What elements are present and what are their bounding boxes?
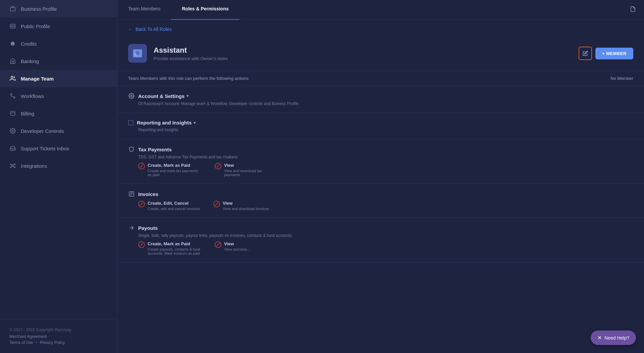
back-to-all-roles-link[interactable]: ← Back To All Roles <box>117 20 644 39</box>
permission-account-settings: Account & Settings ▾ Of RazorpayX Accoun… <box>117 86 644 113</box>
role-name: Assistant <box>154 46 572 55</box>
perm-action-info: View View and dow... <box>224 241 250 251</box>
sidebar-item-workflows[interactable]: Workflows <box>0 87 117 105</box>
sidebar-footer: © 2017 - 2022 Copyright Razorpay Merchan… <box>0 319 117 353</box>
svg-point-2 <box>11 26 13 27</box>
members-description-text: Team Members with this role can perform … <box>128 76 249 81</box>
circle-icon <box>9 40 16 47</box>
sidebar-item-label: Developer Controls <box>21 128 64 134</box>
back-link-text: Back To All Roles <box>136 27 172 32</box>
sidebar-item-billing[interactable]: Billing <box>0 105 117 122</box>
footer-separator: • <box>36 340 37 345</box>
chevron-down-icon: ▾ <box>186 94 189 98</box>
svg-line-16 <box>13 164 14 165</box>
svg-line-18 <box>13 166 14 167</box>
tax-create-mark-paid-action: Create, Mark as Paid Create and mark tax… <box>138 163 201 177</box>
id-card-icon <box>9 23 16 30</box>
permission-payouts: Payouts Single, bulk, tally payouts, pay… <box>117 218 644 262</box>
blocked-icon <box>138 163 145 169</box>
blocked-icon <box>138 241 145 248</box>
svg-rect-7 <box>10 111 15 115</box>
perm-action-info: View View and download tax payments <box>224 163 278 177</box>
blocked-icon <box>215 241 221 248</box>
sidebar-item-integrations[interactable]: Integrations <box>0 157 117 174</box>
add-member-button[interactable]: + MEMBER <box>595 48 633 59</box>
role-info: Assistant Provide assistance with Owner'… <box>154 46 572 61</box>
sidebar-item-manage-team[interactable]: Manage Team <box>0 70 117 87</box>
edit-role-button[interactable] <box>579 47 592 60</box>
tab-team-members[interactable]: Team Members <box>117 0 171 20</box>
svg-point-21 <box>131 95 132 97</box>
svg-point-9 <box>12 130 14 132</box>
tabs-bar: Team Members Roles & Permissions <box>117 0 644 20</box>
sidebar-item-public-profile[interactable]: Public Profile <box>0 17 117 35</box>
payouts-title: Payouts <box>138 225 158 231</box>
integrations-icon <box>9 162 16 169</box>
tax-icon <box>128 146 135 153</box>
role-header: X Assistant Provide assistance with Owne… <box>117 39 644 71</box>
copyright-text: © 2017 - 2022 Copyright Razorpay <box>9 327 108 332</box>
sidebar-item-developer-controls[interactable]: Developer Controls <box>0 122 117 140</box>
sidebar-item-business-profile[interactable]: Business Profile <box>0 0 117 17</box>
svg-point-4 <box>11 76 13 78</box>
members-count-text: No Member <box>610 76 633 81</box>
permission-header: Tax Payments <box>128 146 633 153</box>
tax-view-action: View View and download tax payments <box>215 163 278 177</box>
privacy-policy-link[interactable]: Privacy Policy <box>40 340 65 345</box>
action-title: View <box>224 163 278 168</box>
invoices-actions: Create, Edit, Cancel Create, edit and ca… <box>128 201 633 211</box>
action-desc: View and download tax payments <box>224 169 278 177</box>
tax-payments-actions: Create, Mark as Paid Create and mark tax… <box>128 163 633 177</box>
settings-icon <box>128 93 135 99</box>
payouts-view-action: View View and dow... <box>215 241 250 255</box>
reporting-checkbox[interactable] <box>128 120 133 125</box>
arrow-left-icon: ← <box>128 27 133 32</box>
sidebar-item-label: Support Tickets Inbox <box>21 146 69 151</box>
sidebar-item-label: Banking <box>21 58 39 64</box>
sidebar-item-label: Billing <box>21 111 34 116</box>
sidebar-item-support-tickets[interactable]: Support Tickets Inbox <box>0 140 117 157</box>
svg-point-13 <box>10 167 11 168</box>
permission-tax-payments: Tax Payments TDS, GST and Advance Tax Pa… <box>117 139 644 184</box>
account-settings-title: Account & Settings ▾ <box>138 93 189 99</box>
perm-action-info: Create, Mark as Paid Create payouts, con… <box>148 241 201 255</box>
action-desc: Create and mark tax payments as paid <box>148 169 201 177</box>
tab-roles-permissions[interactable]: Roles & Permissions <box>171 0 239 20</box>
billing-icon <box>9 110 16 117</box>
content-area: ← Back To All Roles X Assistant Provide … <box>117 20 644 353</box>
svg-point-12 <box>14 164 15 165</box>
permission-header: Invoices <box>128 191 633 197</box>
account-settings-desc: Of RazorpayX Account: Manage team & Work… <box>128 101 633 106</box>
action-title: View <box>223 201 269 206</box>
action-desc: Create, edit and cancel invoices <box>148 207 200 211</box>
team-icon <box>9 75 16 82</box>
permission-header: Payouts <box>128 224 633 231</box>
inbox-icon <box>9 145 16 152</box>
permission-invoices: Invoices Create, Edit, Cancel Create, ed… <box>117 184 644 218</box>
svg-text:X: X <box>134 52 137 57</box>
perm-action-info: View View and download Invoices <box>223 201 269 211</box>
action-title: Create, Mark as Paid <box>148 163 201 168</box>
terms-of-use-link[interactable]: Terms of Use <box>9 340 33 345</box>
document-icon[interactable] <box>622 0 644 19</box>
sidebar: Business Profile Public Profile Credits <box>0 0 117 353</box>
blocked-icon <box>215 163 221 169</box>
sidebar-item-banking[interactable]: Banking <box>0 52 117 70</box>
sidebar-item-credits[interactable]: Credits <box>0 35 117 52</box>
svg-point-5 <box>10 94 12 95</box>
merchant-agreement-link[interactable]: Merchant Agreement <box>9 334 47 339</box>
sidebar-item-label: Credits <box>21 41 37 47</box>
svg-point-14 <box>14 167 15 168</box>
briefcase-icon <box>9 5 16 12</box>
invoices-create-action: Create, Edit, Cancel Create, edit and ca… <box>138 201 200 211</box>
chat-icon: ✕ <box>597 335 602 341</box>
permission-reporting-insights: Reporting and Insights ▾ Reporting and I… <box>117 113 644 139</box>
action-desc: View and dow... <box>224 247 250 251</box>
svg-point-11 <box>10 164 11 165</box>
sidebar-item-label: Integrations <box>21 163 47 169</box>
invoices-title: Invoices <box>138 191 158 197</box>
invoice-icon <box>128 191 135 197</box>
need-help-button[interactable]: ✕ Need Help? <box>591 331 636 345</box>
invoices-view-action: View View and download Invoices <box>213 201 269 211</box>
role-avatar: X <box>128 44 147 63</box>
